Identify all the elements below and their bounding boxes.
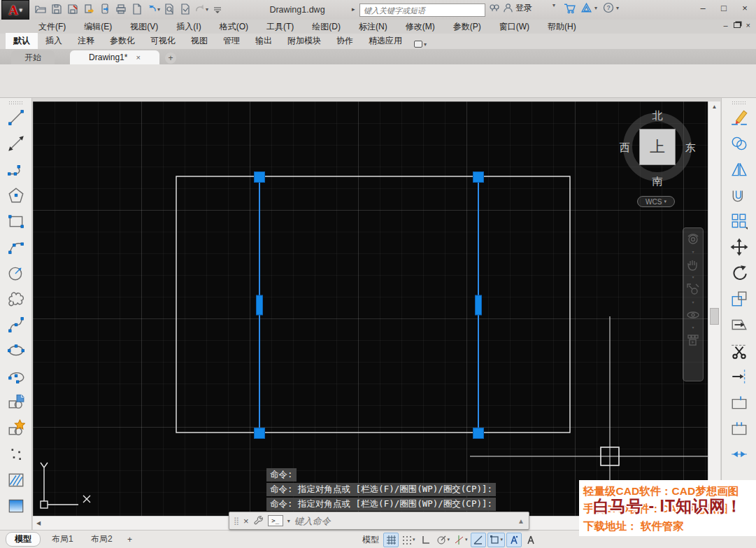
insert-block-icon[interactable] (5, 391, 27, 413)
app-logo[interactable]: A▾ (1, 0, 29, 20)
chevron-down-icon[interactable]: ▾ (692, 250, 694, 254)
grip-midpoint[interactable] (257, 295, 263, 315)
layout-tab-model[interactable]: 模型 (6, 532, 41, 547)
expand-history-icon[interactable]: ▲ (518, 517, 525, 525)
ribbon-tab-view[interactable]: 视图 (183, 33, 215, 49)
object-snap-toggle[interactable]: ▾ (487, 533, 506, 547)
ribbon-tab-default[interactable]: 默认 (6, 33, 38, 49)
new-drawing-tab-button[interactable]: + (165, 52, 176, 64)
menu-view[interactable]: 视图(V) (130, 21, 158, 33)
chevron-down-icon[interactable]: ▾ (692, 275, 694, 279)
point-icon[interactable] (5, 443, 27, 465)
ribbon-tab-visualize[interactable]: 可视化 (143, 33, 183, 49)
pan-icon[interactable] (686, 258, 700, 272)
menu-insert[interactable]: 插入(I) (176, 21, 201, 33)
doc-minimize-button[interactable]: – (723, 21, 727, 29)
ribbon-tab-addins[interactable]: 附加模块 (280, 33, 329, 49)
sign-in[interactable]: 登录 (503, 2, 532, 14)
viewcube-south[interactable]: 南 (652, 175, 663, 188)
hatch-icon[interactable] (5, 469, 27, 491)
command-bar-handle[interactable]: ⣿ (234, 517, 239, 526)
array-icon[interactable] (728, 210, 750, 232)
circle-icon[interactable] (5, 262, 27, 283)
ellipse-arc-icon[interactable] (5, 365, 27, 387)
recent-commands-icon[interactable]: >_ (268, 515, 283, 526)
customize-quick-access-icon[interactable] (211, 2, 224, 16)
break-icon[interactable] (728, 417, 750, 439)
grip-endpoint[interactable] (473, 172, 484, 183)
doc-restore-button[interactable] (734, 22, 741, 28)
viewcube-top-face[interactable]: 上 (639, 129, 676, 165)
menu-tools[interactable]: 工具(T) (266, 21, 294, 33)
vertical-scrollbar[interactable]: ▲ (708, 101, 720, 516)
viewcube-west[interactable]: 西 (620, 141, 630, 155)
export-icon[interactable] (82, 2, 96, 16)
extend-icon[interactable] (728, 365, 750, 387)
space-indicator[interactable]: 模型 (362, 534, 379, 546)
doc-close-button[interactable]: × (746, 21, 750, 29)
chevron-down-icon[interactable]: ▾ (692, 300, 694, 304)
chevron-down-icon[interactable]: ▾ (465, 537, 468, 542)
arc-icon[interactable] (5, 236, 27, 258)
trim-icon[interactable] (728, 339, 750, 361)
login-dropdown-icon[interactable]: ▾ (552, 2, 555, 8)
grip-endpoint[interactable] (255, 172, 265, 183)
tab-drawing1[interactable]: Drawing1*× (70, 50, 159, 64)
offset-icon[interactable] (728, 184, 750, 206)
ribbon-tab-output[interactable]: 输出 (248, 33, 280, 49)
undo-icon[interactable]: ▾ (146, 2, 160, 16)
close-tab-icon[interactable]: × (136, 53, 140, 62)
print-icon[interactable] (114, 2, 128, 16)
tab-start[interactable]: 开始 (11, 50, 55, 64)
ribbon-tab-collaborate[interactable]: 协作 (329, 33, 361, 49)
viewcube-north[interactable]: 北 (652, 109, 663, 122)
chevron-down-icon[interactable]: ▾ (448, 537, 450, 542)
zoom-icon[interactable] (686, 283, 700, 297)
menu-dimension[interactable]: 标注(N) (359, 21, 387, 33)
redo-icon[interactable]: ▾ (194, 2, 208, 16)
snap-toggle[interactable]: ▾ (400, 533, 417, 547)
close-button[interactable]: × (738, 3, 752, 13)
menu-parametric[interactable]: 参数(P) (453, 21, 481, 33)
break-at-point-icon[interactable] (728, 391, 750, 413)
spline-icon[interactable] (5, 314, 27, 335)
help-icon[interactable]: ?▾ (603, 2, 619, 13)
annotation-visibility-toggle[interactable] (506, 533, 522, 547)
ribbon-tab-manage[interactable]: 管理 (215, 33, 248, 49)
wcs-menu[interactable]: WCS▾ (637, 196, 675, 207)
grip-endpoint[interactable] (255, 428, 265, 439)
grid-toggle[interactable] (383, 533, 399, 547)
save-icon[interactable] (50, 2, 64, 16)
scale-icon[interactable] (728, 288, 750, 309)
chevron-down-icon[interactable]: ▾ (501, 537, 504, 542)
open-icon[interactable] (34, 2, 48, 16)
menu-help[interactable]: 帮助(H) (548, 21, 576, 33)
save-as-icon[interactable] (66, 2, 80, 16)
chevron-down-icon[interactable]: ▾ (692, 325, 694, 330)
model-canvas[interactable]: 上 北 西 东 南 WCS▾ ▾ ▾ ▾ ▾ 命令: 命令: 指定对角点或 [栏… (33, 101, 708, 516)
publish-icon[interactable] (178, 2, 192, 16)
app-store-cart-icon[interactable] (564, 2, 576, 14)
menu-edit[interactable]: 编辑(E) (84, 21, 112, 33)
polyline-icon[interactable] (5, 158, 27, 180)
search-icon[interactable] (489, 2, 500, 13)
new-layout-button[interactable]: + (122, 532, 138, 547)
chevron-down-icon[interactable]: ▾ (413, 537, 415, 542)
customize-wrench-icon[interactable] (253, 516, 264, 526)
isometric-drafting-toggle[interactable]: ▾ (452, 533, 469, 547)
revision-cloud-icon[interactable] (5, 288, 27, 309)
toolbar-handle[interactable] (8, 101, 24, 105)
stretch-icon[interactable] (728, 314, 750, 335)
create-block-icon[interactable] (5, 417, 27, 439)
drawn-rectangle[interactable] (176, 176, 570, 433)
menu-format[interactable]: 格式(O) (220, 21, 248, 33)
a360-icon[interactable]: ▾ (580, 2, 597, 14)
layout-tab-layout2[interactable]: 布局2 (83, 532, 121, 547)
command-bar[interactable]: ⣿ × >_ ▾ ▲ (229, 512, 529, 530)
menu-draw[interactable]: 绘图(D) (312, 21, 341, 33)
orbit-icon[interactable] (686, 308, 700, 322)
preview-icon[interactable] (162, 2, 176, 16)
close-command-bar-icon[interactable]: × (243, 516, 249, 526)
maximize-button[interactable]: □ (717, 3, 731, 13)
copy-icon[interactable] (728, 132, 750, 154)
